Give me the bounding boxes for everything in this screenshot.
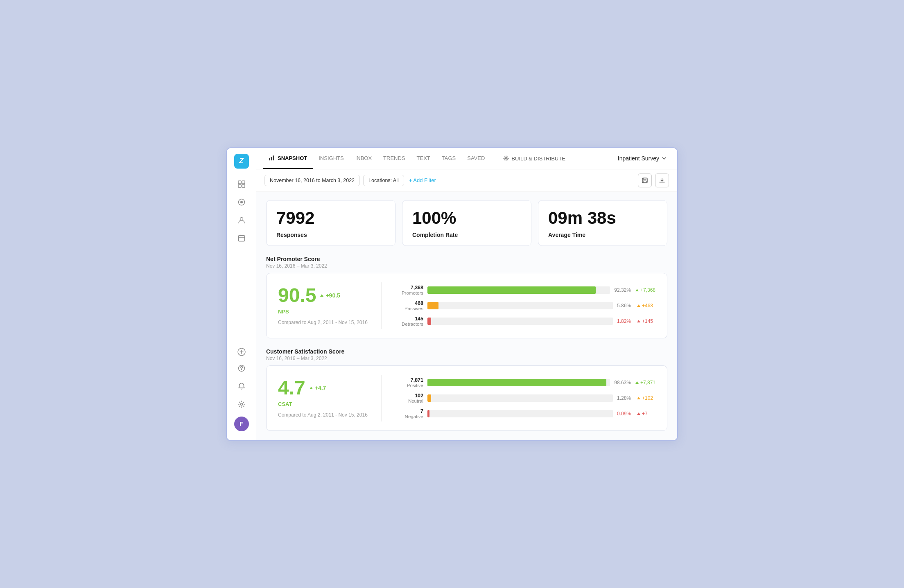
grid-icon[interactable] — [233, 176, 250, 192]
download-button[interactable] — [655, 173, 669, 187]
neutral-count: 102 — [408, 393, 423, 399]
sidebar: Z — [227, 148, 256, 440]
avg-time-value: 09m 38s — [548, 210, 657, 227]
locations-filter[interactable]: Locations: All — [363, 175, 404, 186]
promoters-count: 7,368 — [408, 285, 423, 291]
csat-score-left: 4.7 +4.7 CSAT Compared to Aug 2, 2011 - … — [278, 378, 368, 418]
nps-promoters-row: 7,368 Promoters 92.32% +7,368 — [395, 285, 655, 295]
positive-count: 7,871 — [408, 377, 423, 383]
filter-toolbar: November 16, 2016 to March 3, 2022 Locat… — [256, 169, 677, 192]
tab-text[interactable]: TEXT — [411, 148, 436, 169]
csat-neutral-row: 102 Neutral 1.28% +102 — [395, 393, 655, 403]
svg-point-5 — [240, 201, 243, 203]
sidebar-nav-icons — [233, 176, 250, 340]
negative-pct: 0.09% — [617, 411, 633, 417]
nps-score-left: 90.5 +90.5 NPS Compared to Aug 2, 2011 -… — [278, 286, 368, 325]
csat-score-number: 4.7 — [278, 378, 305, 398]
nps-title: Net Promoter Score — [266, 256, 667, 262]
neutral-bar — [427, 394, 613, 402]
positive-pct: 98.63% — [614, 380, 631, 385]
csat-title: Customer Satisfaction Score — [266, 348, 667, 355]
completion-rate-card: 100% Completion Rate — [402, 200, 531, 246]
svg-rect-2 — [238, 185, 241, 187]
nav-tabs: SNAPSHOT INSIGHTS INBOX TRENDS TEXT TAGS — [263, 148, 614, 169]
csat-compared: Compared to Aug 2, 2011 - Nov 15, 2016 — [278, 412, 368, 418]
csat-negative-row: 7 Negative 0.09% +7 — [395, 408, 655, 419]
positive-bar — [427, 379, 610, 386]
calendar-icon[interactable] — [233, 230, 250, 246]
save-button[interactable] — [638, 173, 652, 187]
svg-rect-3 — [242, 185, 245, 187]
settings-icon[interactable] — [233, 396, 250, 412]
tab-snapshot[interactable]: SNAPSHOT — [263, 148, 313, 169]
nps-detractors-row: 145 Detractors 1.82% +145 — [395, 316, 655, 327]
tab-insights[interactable]: INSIGHTS — [313, 148, 349, 169]
nps-section-header: Net Promoter Score Nov 16, 2016 – Mar 3,… — [266, 256, 667, 269]
passives-trend: +468 — [637, 303, 655, 309]
nps-score-number: 90.5 — [278, 286, 316, 305]
chat-icon[interactable] — [233, 194, 250, 210]
csat-score-main: 4.7 +4.7 — [278, 378, 368, 398]
passives-count: 468 — [408, 300, 423, 306]
nps-score-main: 90.5 +90.5 — [278, 286, 368, 305]
negative-label: Negative — [400, 414, 423, 419]
survey-selector[interactable]: Inpatient Survey — [614, 153, 671, 164]
date-range-filter[interactable]: November 16, 2016 to March 3, 2022 — [264, 175, 360, 186]
nps-date-range: Nov 16, 2016 – Mar 3, 2022 — [266, 263, 667, 269]
svg-rect-13 — [273, 155, 274, 160]
avg-time-card: 09m 38s Average Time — [538, 200, 667, 246]
detractors-bar — [427, 318, 613, 325]
neutral-trend: +102 — [637, 395, 655, 401]
user-avatar[interactable]: F — [234, 417, 249, 431]
svg-point-10 — [240, 403, 242, 405]
neutral-pct: 1.28% — [617, 395, 633, 401]
csat-score-delta: +4.7 — [309, 385, 326, 391]
negative-bar — [427, 410, 613, 417]
passives-label: Passives — [400, 306, 423, 311]
positive-label: Positive — [400, 383, 423, 388]
passives-bar — [427, 302, 613, 309]
csat-positive-row: 7,871 Positive 98.63% +7,871 — [395, 377, 655, 388]
add-icon[interactable] — [233, 344, 250, 360]
page-content: 7992 Responses 100% Completion Rate 09m … — [256, 192, 677, 440]
stat-cards-row: 7992 Responses 100% Completion Rate 09m … — [266, 200, 667, 246]
completion-rate-value: 100% — [412, 210, 521, 227]
svg-rect-1 — [242, 181, 245, 184]
sidebar-bottom-icons: F — [233, 360, 250, 435]
nps-score-delta: +90.5 — [319, 292, 340, 299]
passives-pct: 5.86% — [617, 303, 633, 309]
svg-point-14 — [505, 158, 507, 159]
negative-trend: +7 — [637, 411, 655, 417]
tab-trends[interactable]: TRENDS — [377, 148, 411, 169]
help-icon[interactable] — [233, 360, 250, 376]
main-content: SNAPSHOT INSIGHTS INBOX TRENDS TEXT TAGS — [256, 148, 677, 440]
promoters-trend: +7,368 — [635, 287, 655, 293]
app-window: Z — [226, 147, 678, 441]
nps-type: NPS — [278, 309, 368, 315]
tab-tags[interactable]: TAGS — [436, 148, 461, 169]
nps-passives-row: 468 Passives 5.86% +468 — [395, 300, 655, 311]
csat-type: CSAT — [278, 401, 368, 407]
app-logo[interactable]: Z — [234, 154, 249, 169]
tab-saved[interactable]: SAVED — [461, 148, 490, 169]
completion-rate-label: Completion Rate — [412, 232, 521, 238]
svg-rect-12 — [271, 157, 272, 160]
nps-compared: Compared to Aug 2, 2011 - Nov 15, 2016 — [278, 320, 368, 325]
csat-section-header: Customer Satisfaction Score Nov 16, 2016… — [266, 348, 667, 361]
detractors-label: Detractors — [400, 322, 423, 327]
nps-divider — [381, 282, 382, 329]
promoters-bar — [427, 286, 610, 294]
csat-card: 4.7 +4.7 CSAT Compared to Aug 2, 2011 - … — [266, 365, 667, 431]
build-distribute-tab[interactable]: BUILD & DISTRIBUTE — [497, 148, 571, 169]
csat-date-range: Nov 16, 2016 – Mar 3, 2022 — [266, 356, 667, 361]
person-icon[interactable] — [233, 212, 250, 228]
tab-inbox[interactable]: INBOX — [350, 148, 377, 169]
csat-divider — [381, 375, 382, 421]
bell-icon[interactable] — [233, 378, 250, 394]
neutral-label: Neutral — [400, 399, 423, 403]
positive-trend: +7,871 — [635, 380, 655, 385]
add-filter-button[interactable]: + Add Filter — [407, 175, 438, 186]
detractors-trend: +145 — [637, 318, 655, 324]
responses-label: Responses — [276, 232, 385, 238]
svg-rect-17 — [643, 181, 646, 182]
